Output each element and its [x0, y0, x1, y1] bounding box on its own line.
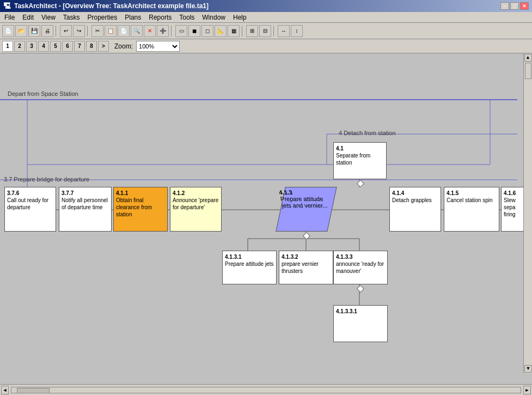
menu-reports[interactable]: Reports [145, 13, 175, 22]
title-bar-controls[interactable]: ─ □ ✕ [500, 2, 529, 10]
tool8[interactable]: ↔ [278, 25, 290, 37]
task-412-label: Announce 'prepare for departure' [173, 197, 219, 211]
prepare-bridge-label: 3.7 Prepare bridge for departure [4, 176, 89, 183]
tool3[interactable]: ◻ [201, 25, 213, 37]
task-377-label: Notify all personnel of departure time [62, 197, 109, 211]
task-4133[interactable]: 4.1.3.3 announce 'ready for manouver' [333, 251, 388, 284]
task-411[interactable]: 4.1.1 Obtain final clearance from statio… [113, 187, 168, 232]
task-376[interactable]: 3.7.6 Call out ready for departure [4, 187, 56, 232]
scroll-thumb-v[interactable] [525, 63, 531, 79]
expand-41[interactable] [357, 180, 364, 187]
tool5[interactable]: ▦ [228, 25, 240, 37]
scroll-right[interactable]: ► [523, 386, 531, 394]
task-4131[interactable]: 4.1.3.1 Prepare attitude jets [222, 251, 277, 284]
task-414-code: 4.1.4 [392, 190, 438, 197]
tool6[interactable]: ⊞ [246, 25, 258, 37]
open-button[interactable]: 📂 [15, 25, 27, 37]
task-412[interactable]: 4.1.2 Announce 'prepare for departure' [170, 187, 222, 232]
scroll-down[interactable]: ▼ [524, 365, 532, 373]
page-3[interactable]: 3 [26, 41, 37, 52]
sep4 [242, 26, 244, 37]
new-button[interactable]: 📄 [2, 25, 14, 37]
task-41331[interactable]: 4.1.3.3.1 [333, 305, 388, 342]
menu-file[interactable]: File [1, 13, 18, 22]
task-376-label: Call out ready for departure [7, 197, 53, 211]
toolbar: 📄 📂 💾 🖨 ↩ ↪ ✂ 📋 📄 🔍 ✕ ➕ ▭ ◼ ◻ 📐 ▦ ⊞ ⊟ ↔ … [0, 23, 532, 39]
window-title: TaskArchitect - [Overview Tree: TaskArch… [14, 2, 209, 10]
menu-bar: File Edit View Tasks Properties Plans Re… [0, 12, 532, 23]
undo-button[interactable]: ↩ [60, 25, 72, 37]
page-next[interactable]: > [98, 41, 109, 52]
menu-edit[interactable]: Edit [19, 13, 37, 22]
zoom-select[interactable]: 50% 75% 100% 125% 150% 200% [136, 41, 180, 52]
save-button[interactable]: 💾 [28, 25, 40, 37]
sep2 [87, 26, 89, 37]
page-7[interactable]: 7 [74, 41, 85, 52]
tool9[interactable]: ↕ [291, 25, 303, 37]
task-415[interactable]: 4.1.5 Cancel station spin [444, 187, 499, 232]
restore-button[interactable]: □ [510, 2, 519, 10]
task-4131-label: Prepare attitude jets [225, 260, 274, 268]
page-8[interactable]: 8 [86, 41, 97, 52]
task-4132-code: 4.1.3.2 [282, 253, 331, 260]
task-41-code: 4.1 [336, 145, 384, 152]
delete-button[interactable]: ✕ [144, 25, 156, 37]
task-41[interactable]: 4.1 Separate from station [333, 142, 387, 179]
task-414[interactable]: 4.1.4 Detach grapples [389, 187, 441, 232]
tool1[interactable]: ▭ [175, 25, 187, 37]
tool7[interactable]: ⊟ [259, 25, 271, 37]
add-button[interactable]: ➕ [157, 25, 169, 37]
print-button[interactable]: 🖨 [41, 25, 53, 37]
page-6[interactable]: 6 [62, 41, 73, 52]
task-4132[interactable]: 4.1.3.2 prepare vernier thrusters [279, 251, 333, 284]
task-415-code: 4.1.5 [447, 190, 497, 197]
vertical-scrollbar[interactable]: ▲ ▼ [523, 53, 532, 373]
menu-plans[interactable]: Plans [121, 13, 144, 22]
depart-section-label: Depart from Space Station [8, 90, 78, 97]
sep1 [56, 26, 58, 37]
minimize-button[interactable]: ─ [500, 2, 509, 10]
page-2[interactable]: 2 [14, 41, 25, 52]
paste-button[interactable]: 📄 [118, 25, 130, 37]
copy-button[interactable]: 📋 [105, 25, 117, 37]
task-4132-label: prepare vernier thrusters [282, 260, 331, 275]
page-5[interactable]: 5 [50, 41, 61, 52]
close-button[interactable]: ✕ [520, 2, 529, 10]
scroll-left[interactable]: ◄ [1, 386, 9, 394]
task-41-label: Separate from station [336, 152, 384, 166]
nav-bar: 1 2 3 4 5 6 7 8 > Zoom: 50% 75% 100% 125… [0, 39, 532, 53]
tool4[interactable]: 📐 [215, 25, 227, 37]
menu-tasks[interactable]: Tasks [60, 13, 83, 22]
menu-window[interactable]: Window [199, 13, 229, 22]
menu-properties[interactable]: Properties [84, 13, 121, 22]
sep5 [273, 26, 276, 37]
task-411-code: 4.1.1 [116, 190, 165, 197]
cut-button[interactable]: ✂ [91, 25, 103, 37]
task-412-code: 4.1.2 [173, 190, 219, 197]
h-scroll-thumb[interactable] [17, 388, 50, 393]
task-413-label: Prepare attitude jets and vernier... [280, 196, 330, 209]
expand-4133[interactable] [357, 285, 364, 293]
bottom-bar: ◄ ► [0, 384, 532, 395]
task-41331-code: 4.1.3.3.1 [336, 308, 385, 315]
scroll-up[interactable]: ▲ [524, 54, 532, 62]
page-1[interactable]: 1 [2, 41, 13, 52]
h-scrollbar[interactable] [11, 387, 521, 393]
task-4133-label: announce 'ready for manouver' [336, 260, 385, 275]
task-4133-code: 4.1.3.3 [336, 253, 385, 260]
sep3 [171, 26, 173, 37]
task-4131-code: 4.1.3.1 [225, 253, 274, 260]
canvas-area: Depart from Space Station 4 Detach from … [0, 53, 532, 384]
expand-413[interactable] [303, 232, 310, 240]
menu-tools[interactable]: Tools [176, 13, 198, 22]
tool2[interactable]: ◼ [188, 25, 200, 37]
task-414-label: Detach grapples [392, 197, 438, 204]
task-413-container[interactable]: 4.1.3 Prepare attitude jets and vernier.… [280, 187, 332, 232]
menu-help[interactable]: Help [230, 13, 250, 22]
task-415-label: Cancel station spin [447, 197, 497, 204]
redo-button[interactable]: ↪ [73, 25, 85, 37]
page-4[interactable]: 4 [38, 41, 49, 52]
task-377[interactable]: 3.7.7 Notify all personnel of departure … [59, 187, 112, 232]
find-button[interactable]: 🔍 [131, 25, 143, 37]
menu-view[interactable]: View [38, 13, 59, 22]
